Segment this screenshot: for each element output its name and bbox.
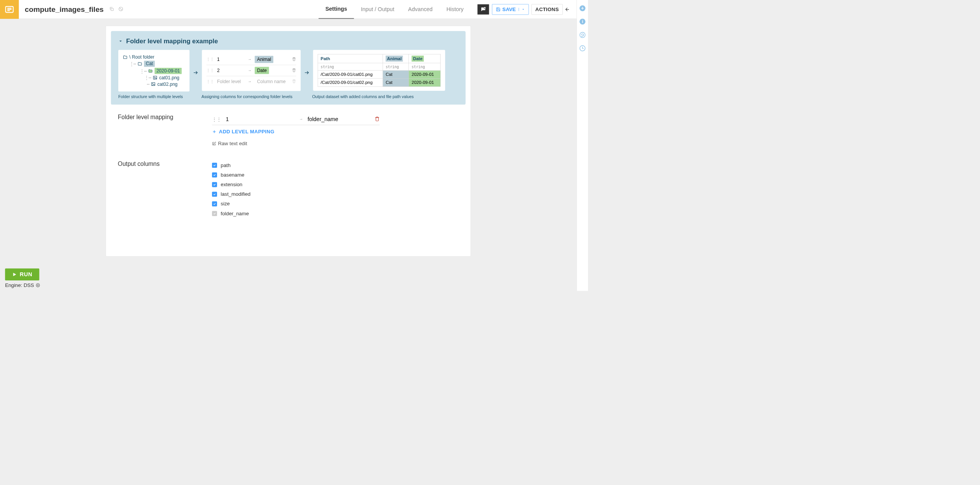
example-toggle[interactable]: Folder level mapping example	[118, 38, 458, 45]
example-tree-card: \ Root folder ⋮⋯Cat ⋮⋯2020-09-01 ⋮⋯cat01…	[118, 50, 189, 92]
svg-point-16	[580, 32, 585, 38]
folder-icon	[123, 55, 127, 59]
column-name: last_modified	[221, 191, 251, 197]
chat-button[interactable]: +	[477, 4, 489, 15]
column-name: size	[221, 201, 230, 207]
map-level-placeholder: Folder level	[217, 79, 245, 84]
actions-button[interactable]: ACTIONS	[531, 4, 563, 15]
tree-folder-date: 2020-09-01	[155, 68, 182, 74]
output-column-row: size	[212, 199, 459, 209]
table-cell: Cat	[383, 79, 409, 87]
table-header: Animal	[385, 56, 403, 62]
gear-icon[interactable]	[36, 283, 40, 287]
svg-text:+: +	[484, 7, 485, 9]
tree-folder-cat: Cat	[144, 61, 155, 67]
run-button[interactable]: RUN	[5, 269, 39, 280]
save-dropdown[interactable]	[519, 8, 525, 11]
arrow-icon: →	[248, 69, 252, 73]
folder-mapping-label: Folder level mapping	[118, 114, 212, 149]
back-arrow-icon[interactable]	[563, 0, 572, 19]
save-button[interactable]: SAVE	[492, 4, 529, 15]
output-column-row: last_modified	[212, 189, 459, 199]
grip-icon[interactable]: ⋮⋮	[212, 116, 221, 122]
arrow-right-icon	[304, 65, 310, 77]
play-icon	[12, 272, 17, 277]
add-mapping-label: ADD LEVEL MAPPING	[219, 129, 274, 135]
plus-icon	[212, 129, 217, 134]
table-type: string	[383, 63, 409, 70]
recipe-type-icon	[0, 0, 19, 19]
map-column-placeholder: Column name	[255, 78, 288, 85]
checkbox	[212, 211, 217, 216]
output-columns-label: Output columns	[118, 161, 212, 218]
plus-circle-icon[interactable]	[579, 5, 586, 12]
engine-label: Engine: DSS	[5, 282, 34, 288]
svg-point-12	[38, 285, 39, 286]
settings-panel: Folder level mapping example \ Root fold…	[106, 26, 471, 256]
table-cell: 2020-09-01	[409, 70, 441, 79]
copy-icon[interactable]	[109, 7, 114, 13]
caption: Output dataset with added columns and fi…	[312, 94, 444, 99]
tab-input-output[interactable]: Input / Output	[354, 0, 401, 19]
topbar: compute_images_files Settings Input / Ou…	[0, 0, 577, 19]
delete-row-button[interactable]	[375, 116, 380, 123]
level-mapping-row: ⋮⋮ 1 → folder_name	[212, 114, 380, 125]
footer: RUN Engine: DSS	[0, 266, 577, 291]
info-icon[interactable]: i	[579, 18, 586, 26]
grip-icon: ⋮⋮	[206, 79, 214, 84]
tree-file: cat01.png	[159, 75, 180, 80]
example-box: Folder level mapping example \ Root fold…	[111, 31, 466, 105]
tabs: Settings Input / Output Advanced History	[318, 0, 470, 19]
image-icon	[151, 82, 155, 87]
checkbox[interactable]	[212, 172, 217, 177]
tab-advanced[interactable]: Advanced	[401, 0, 439, 19]
map-level: 1	[217, 57, 245, 62]
column-name: folder_name	[221, 211, 249, 217]
table-cell: /Cat/2020-09-01/cat01.png	[318, 70, 383, 79]
arrow-icon: →	[248, 79, 252, 84]
table-header: Path	[318, 54, 383, 63]
example-title: Folder level mapping example	[126, 38, 218, 45]
svg-rect-10	[152, 83, 155, 86]
svg-rect-4	[111, 8, 113, 10]
target-icon[interactable]	[118, 7, 123, 13]
column-name: extension	[221, 182, 243, 188]
svg-text:i: i	[582, 19, 583, 24]
example-output-card: Path Animal Date string string string /C…	[313, 50, 445, 91]
tab-settings[interactable]: Settings	[318, 0, 354, 19]
checkbox[interactable]	[212, 163, 217, 168]
table-cell: 2020-09-01	[409, 79, 441, 87]
tree-file: cat02.png	[157, 82, 178, 87]
output-column-row: folder_name	[212, 209, 459, 218]
level-number[interactable]: 1	[226, 116, 295, 123]
table-cell: /Cat/2020-09-01/cat02.png	[318, 79, 383, 87]
svg-point-9	[154, 77, 155, 78]
run-label: RUN	[20, 271, 33, 278]
arrow-icon: →	[299, 117, 303, 121]
grip-icon: ⋮⋮	[206, 68, 214, 72]
trash-icon	[292, 57, 296, 62]
raw-text-edit-button[interactable]: Raw text edit	[212, 138, 459, 149]
caption: Assigning columns for corresponding fold…	[201, 94, 300, 99]
tab-history[interactable]: History	[439, 0, 470, 19]
output-column-row: extension	[212, 180, 459, 189]
checkbox[interactable]	[212, 182, 217, 187]
level-column[interactable]: folder_name	[307, 116, 338, 123]
grip-icon: ⋮⋮	[206, 57, 214, 61]
save-label: SAVE	[502, 7, 516, 13]
output-column-row: basename	[212, 170, 459, 180]
output-column-row: path	[212, 161, 459, 170]
svg-rect-8	[154, 76, 157, 79]
trash-icon	[292, 79, 296, 84]
map-column: Animal	[255, 56, 273, 63]
example-mapping-card: ⋮⋮ 1 → Animal ⋮⋮ 2 → Date	[202, 50, 301, 91]
folder-icon	[148, 69, 153, 73]
clock-icon[interactable]	[579, 45, 586, 52]
discuss-icon[interactable]	[579, 32, 586, 39]
add-level-mapping-button[interactable]: ADD LEVEL MAPPING	[212, 125, 459, 138]
checkbox[interactable]	[212, 202, 217, 206]
chevron-down-icon	[118, 39, 123, 43]
table-header: Date	[412, 56, 424, 62]
svg-point-11	[152, 84, 153, 84]
checkbox[interactable]	[212, 192, 217, 197]
